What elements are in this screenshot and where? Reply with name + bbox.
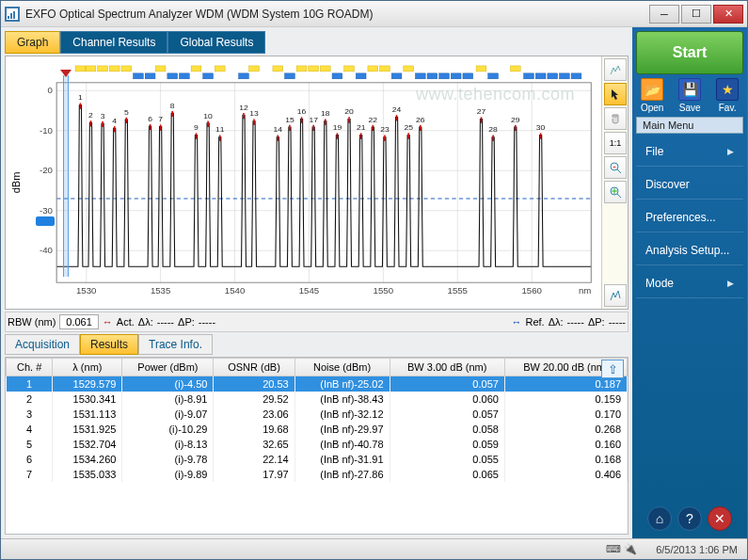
main-panel: Graph Channel Results Global Results dBm… — [1, 27, 632, 538]
col-header[interactable]: λ (nm) — [53, 359, 122, 376]
table-row[interactable]: 71535.033(i)-9.8917.97(InB nf)-27.860.06… — [7, 467, 628, 482]
svg-rect-46 — [380, 66, 390, 72]
minimize-button[interactable]: ─ — [649, 5, 679, 24]
tab-channel-results[interactable]: Channel Results — [60, 31, 167, 54]
ref-label: Ref. — [526, 316, 545, 328]
menu-file[interactable]: File▶ — [636, 137, 743, 167]
collapse-up-button[interactable]: ⇧ — [601, 360, 624, 378]
save-button[interactable]: 💾Save — [678, 78, 701, 113]
threshold-handle[interactable] — [34, 216, 55, 226]
maximize-button[interactable]: ☐ — [681, 5, 711, 24]
svg-rect-66 — [524, 73, 534, 79]
svg-rect-36 — [155, 66, 166, 72]
plot[interactable]: 0-10-20-30-40153015351540154515501555156… — [26, 56, 601, 309]
svg-rect-64 — [463, 73, 473, 79]
close-button[interactable]: ✕ — [713, 5, 743, 24]
selection-band[interactable] — [63, 75, 69, 277]
zoom-in-icon[interactable]: + — [604, 156, 627, 179]
svg-text:1535: 1535 — [151, 286, 170, 296]
act-label: Act. — [117, 316, 135, 328]
col-header[interactable]: Ch. # — [7, 359, 53, 376]
svg-text:25: 25 — [404, 124, 413, 133]
selection-marker-icon[interactable] — [60, 70, 72, 77]
svg-text:1560: 1560 — [521, 286, 541, 296]
rbw-label: RBW (nm) — [8, 316, 56, 328]
exit-icon[interactable]: ✕ — [708, 506, 732, 531]
menu-analysis-setup[interactable]: Analysis Setup... — [636, 236, 743, 265]
menu-header: Main Menu — [636, 117, 743, 134]
table-row[interactable]: 51532.704(i)-8.1332.65(InB nf)-40.780.05… — [7, 437, 628, 452]
svg-rect-68 — [548, 73, 558, 79]
svg-text:20: 20 — [344, 108, 354, 117]
titlebar: EXFO Optical Spectrum Analyzer WDM (WDM … — [1, 1, 747, 27]
col-header[interactable]: Power (dBm) — [122, 359, 214, 376]
svg-text:22: 22 — [369, 116, 378, 124]
svg-rect-42 — [309, 66, 319, 72]
autoscale-icon[interactable] — [604, 58, 627, 81]
svg-rect-60 — [415, 73, 425, 79]
svg-rect-41 — [296, 66, 307, 72]
zoom-xy-icon[interactable] — [604, 181, 627, 203]
body: Graph Channel Results Global Results dBm… — [1, 27, 747, 538]
svg-text:19: 19 — [333, 124, 342, 133]
home-icon[interactable]: ⌂ — [647, 506, 672, 531]
svg-rect-49 — [510, 66, 520, 72]
tab-graph[interactable]: Graph — [5, 31, 60, 54]
tab-results[interactable]: Results — [80, 334, 138, 355]
menu-mode[interactable]: Mode▶ — [636, 269, 743, 298]
status-icons: ⌨ 🔌 — [606, 543, 637, 555]
svg-rect-52 — [167, 73, 178, 79]
table-row[interactable]: 11529.579(i)-4.5020.53(InB nf)-25.020.05… — [7, 376, 628, 392]
svg-text:28: 28 — [488, 126, 498, 135]
svg-text:2: 2 — [88, 111, 93, 120]
col-header[interactable]: BW 3.00 dB (nm) — [390, 359, 504, 376]
svg-text:-30: -30 — [40, 206, 53, 216]
ref-arrows-icon: ↔ — [512, 316, 522, 328]
svg-text:9: 9 — [194, 124, 199, 133]
svg-rect-44 — [344, 66, 355, 72]
tab-acquisition[interactable]: Acquisition — [5, 334, 80, 355]
table-row[interactable]: 21530.341(i)-8.9129.52(InB nf)-38.430.06… — [7, 392, 628, 407]
zoom-fit-icon[interactable]: 1:1 — [604, 132, 627, 154]
svg-rect-69 — [560, 73, 570, 79]
col-header[interactable]: OSNR (dB) — [214, 359, 294, 376]
chevron-right-icon: ▶ — [727, 147, 734, 156]
menu-discover[interactable]: Discover — [636, 170, 743, 200]
svg-text:24: 24 — [392, 105, 402, 114]
svg-rect-51 — [145, 73, 155, 79]
svg-text:-40: -40 — [40, 247, 53, 256]
chevron-right-icon: ▶ — [727, 279, 734, 288]
spectrum-chart: 0-10-20-30-40153015351540154515501555156… — [26, 56, 601, 309]
open-button[interactable]: 📂Open — [641, 78, 663, 113]
rbw-row: RBW (nm) 0.061 ↔ Act. Δλ:----- ΔP:----- … — [5, 312, 629, 332]
svg-text:13: 13 — [249, 110, 259, 119]
col-header[interactable]: Noise (dBm) — [294, 359, 390, 376]
start-button[interactable]: Start — [636, 31, 743, 74]
pan-icon[interactable] — [604, 107, 627, 130]
svg-rect-38 — [215, 66, 225, 72]
sidebar-icon-row: 📂Open 💾Save ★Fav. — [636, 78, 743, 113]
table-row[interactable]: 31531.113(i)-9.0723.06(InB nf)-32.120.05… — [7, 407, 628, 422]
svg-rect-39 — [249, 66, 260, 72]
table-row[interactable]: 41531.925(i)-10.2919.68(InB nf)-29.970.0… — [7, 422, 628, 437]
help-icon[interactable]: ? — [677, 506, 702, 531]
tab-trace-info[interactable]: Trace Info. — [138, 334, 213, 355]
svg-text:6: 6 — [148, 115, 152, 123]
svg-text:10: 10 — [203, 112, 213, 120]
svg-rect-65 — [488, 73, 499, 79]
tab-global-results[interactable]: Global Results — [167, 31, 265, 54]
table-row[interactable]: 61534.260(i)-9.7822.14(InB nf)-31.910.05… — [7, 452, 628, 467]
sidebar: Start 📂Open 💾Save ★Fav. Main Menu File▶ … — [632, 27, 747, 538]
svg-text:18: 18 — [321, 110, 330, 119]
main-tabs: Graph Channel Results Global Results — [5, 31, 629, 54]
svg-text:4: 4 — [112, 117, 117, 125]
svg-text:7: 7 — [158, 116, 163, 124]
pointer-icon[interactable] — [604, 83, 627, 105]
svg-rect-32 — [86, 66, 96, 72]
statusbar: ⌨ 🔌 6/5/2013 1:06 PM — [1, 538, 747, 559]
rbw-value[interactable]: 0.061 — [59, 314, 99, 329]
menu-preferences[interactable]: Preferences... — [636, 203, 743, 232]
fav-button[interactable]: ★Fav. — [716, 78, 739, 113]
peak-find-icon[interactable] — [604, 284, 627, 307]
svg-text:1530: 1530 — [76, 286, 96, 296]
